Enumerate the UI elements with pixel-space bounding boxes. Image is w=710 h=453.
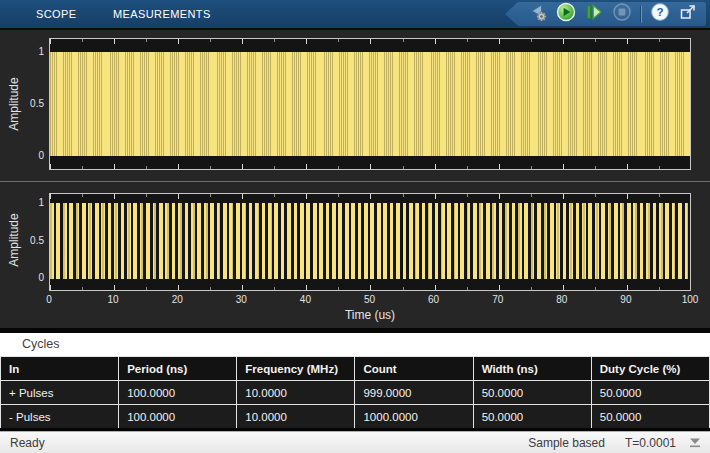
x-tick-label: 50	[364, 294, 375, 305]
y-tick-label: 0.5	[8, 98, 44, 110]
cycles-table: InPeriod (ns)Frequency (MHz)CountWidth (…	[0, 356, 710, 429]
y-tick-label: 0	[8, 150, 44, 162]
x-tick-label: 100	[682, 294, 699, 305]
simulation-settings-button[interactable]	[524, 3, 551, 25]
toolstrip-bottom-edge	[0, 28, 710, 30]
column-header: Frequency (MHz)	[237, 357, 355, 381]
measurement-cell: 10.0000	[237, 405, 355, 429]
cycles-table-header: InPeriod (ns)Frequency (MHz)CountWidth (…	[1, 357, 710, 381]
measurement-cell: 50.0000	[591, 405, 709, 429]
y-tick-label: 1	[8, 46, 44, 58]
y-tick-label: 0.5	[8, 235, 44, 247]
display-separator	[0, 181, 710, 182]
measurement-cell: 100.0000	[119, 381, 237, 405]
svg-text:?: ?	[656, 6, 663, 18]
x-tick-label: 90	[620, 294, 631, 305]
step-forward-button[interactable]	[580, 3, 607, 25]
measurement-cell: 50.0000	[591, 381, 709, 405]
x-tick-label: 20	[172, 294, 183, 305]
plot-canvas-1[interactable]	[49, 38, 691, 170]
dock-button[interactable]	[674, 3, 701, 25]
column-header: Duty Cycle (%)	[591, 357, 709, 381]
toolstrip: SCOPE MEASUREMENTS	[0, 0, 710, 28]
table-row[interactable]: + Pulses100.000010.0000999.000050.000050…	[1, 381, 710, 405]
play-icon	[556, 2, 576, 26]
measurements-panel-header: Cycles	[0, 333, 710, 356]
plot1-bottom-ticks	[50, 164, 690, 169]
x-tick-label: 60	[428, 294, 439, 305]
x-tick-label: 40	[300, 294, 311, 305]
gear-play-icon	[528, 3, 547, 26]
dock-icon	[678, 2, 698, 26]
signal-trace-1	[50, 52, 690, 156]
measurement-cell: 10.0000	[237, 381, 355, 405]
help-button[interactable]: ?	[646, 3, 673, 25]
scope-window: SCOPE MEASUREMENTS	[0, 0, 710, 453]
tab-measurements[interactable]: MEASUREMENTS	[113, 0, 211, 28]
column-header: Width (ns)	[473, 357, 591, 381]
toolbar-icon-panel: ?	[505, 2, 706, 26]
x-axis-label: Time (us)	[345, 308, 395, 322]
status-bar: Ready Sample based T=0.0001	[0, 431, 710, 453]
plot-canvas-2[interactable]	[49, 193, 691, 291]
measurement-cell: - Pulses	[1, 405, 119, 429]
plot2-bottom-ticks	[50, 285, 690, 290]
column-header: Count	[355, 357, 473, 381]
measurement-cell: 999.0000	[355, 381, 473, 405]
x-tick-label: 10	[108, 294, 119, 305]
x-tick-label: 30	[236, 294, 247, 305]
status-text: Ready	[10, 436, 528, 450]
stop-button[interactable]	[608, 3, 635, 25]
panel-title: Cycles	[22, 337, 60, 351]
plot2-top-ticks	[50, 194, 690, 199]
tab-scope[interactable]: SCOPE	[36, 0, 77, 28]
measurement-cell: 1000.0000	[355, 405, 473, 429]
run-button[interactable]	[552, 3, 579, 25]
stop-icon	[612, 2, 632, 26]
measurement-cell: 100.0000	[119, 405, 237, 429]
y-tick-label: 1	[8, 197, 44, 209]
measurement-cell: 50.0000	[473, 381, 591, 405]
table-row[interactable]: - Pulses100.000010.00001000.000050.00005…	[1, 405, 710, 429]
column-header: In	[1, 357, 119, 381]
plot1-top-ticks	[50, 39, 690, 44]
signal-trace-2	[50, 203, 690, 279]
x-tick-label: 80	[556, 294, 567, 305]
measurement-cell: + Pulses	[1, 381, 119, 405]
step-forward-icon	[584, 2, 604, 26]
column-header: Period (ns)	[119, 357, 237, 381]
x-tick-label: 0	[46, 294, 52, 305]
toolbar-separator	[640, 6, 641, 23]
simulation-end-icon[interactable]	[688, 437, 702, 449]
y-tick-label: 0	[8, 272, 44, 284]
measurement-cell: 50.0000	[473, 405, 591, 429]
help-icon: ?	[650, 2, 670, 26]
sample-mode-label: Sample based	[528, 436, 605, 450]
x-tick-label: 70	[492, 294, 503, 305]
simulation-time-label: T=0.0001	[625, 436, 676, 450]
